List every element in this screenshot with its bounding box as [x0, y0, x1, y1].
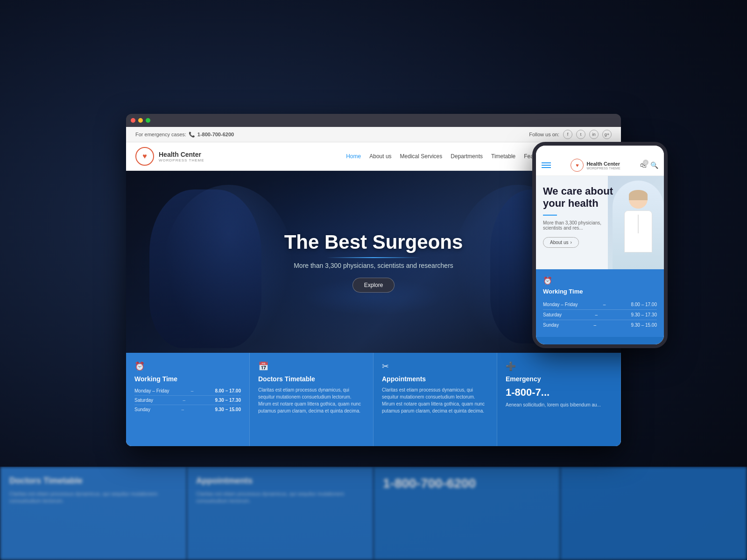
phone-saturday-label: Saturday [543, 312, 562, 317]
bottom-blur-title-1: Doctors Timetable [9, 476, 177, 486]
phone-sunday: Sunday – 9.30 – 15.00 [543, 320, 657, 330]
bottom-blur-text-1: Claritas est etiam processus dynamicus, … [9, 490, 177, 505]
surgeon-left-body [149, 189, 261, 348]
desktop-title-bar [126, 114, 621, 127]
nav-home[interactable]: Home [346, 153, 361, 160]
logo-title: Health Center [159, 151, 204, 158]
monday-time: 8.00 – 17.00 [215, 388, 241, 393]
phone-logo-sub: WORDPRESS THEME [586, 167, 620, 170]
schedule-sunday: Sunday – 9.30 – 15.00 [134, 405, 241, 414]
phone-monday-time: 8.00 – 17.00 [631, 302, 657, 307]
window-dot-red[interactable] [131, 118, 135, 123]
emergency-text: Aenean sollicitudin, lorem quis bibendum… [506, 401, 612, 408]
phone-icon: 📞 [189, 132, 195, 138]
phone-bottom-bar [536, 337, 664, 344]
appointments-icon: ✂ [382, 361, 488, 371]
phone-sunday-dash: – [593, 322, 596, 328]
doctor-silhouette [617, 190, 659, 260]
emergency-label: For emergency cases: [135, 132, 186, 137]
phone-hamburger-menu[interactable] [542, 162, 551, 168]
info-box-appointments: ✂ Appointments Claritas est etiam proces… [374, 353, 497, 446]
scene-container: For emergency cases: 📞 1-800-700-6200 Fo… [126, 114, 621, 446]
phone-working-time-title: Working Time [543, 288, 657, 295]
hamburger-line-3 [542, 167, 551, 168]
desktop-logo: ♥ Health Center WORDPRESS THEME [135, 147, 204, 166]
social-linkedin[interactable]: in [589, 130, 599, 139]
emergency-number: 1-800-7... [506, 386, 612, 399]
coat-front [638, 215, 639, 233]
hero-divider-line [327, 257, 420, 258]
desktop-hero-title: The Best Surgeons [284, 231, 463, 253]
phone-search-icon[interactable]: 🔍 [650, 161, 658, 169]
phone-about-btn-arrow: › [570, 240, 571, 245]
working-time-title: Working Time [134, 375, 241, 383]
phone-info-box-working-time: ⏰ Working Time Monday – Friday – 8.00 – … [536, 269, 664, 337]
bottom-blur-box-4 [560, 467, 747, 560]
bottom-blur-box-2: Appointments Claritas est etiam processu… [187, 467, 374, 560]
phone-saturday-dash: – [595, 312, 598, 317]
social-facebook[interactable]: f [563, 130, 572, 139]
info-box-working-time: ⏰ Working Time Monday – Friday – 8.00 – … [126, 353, 250, 446]
phone-mockup: ♥ Health Center WORDPRESS THEME 🛍 0 🔍 [532, 142, 668, 348]
follow-label: Follow us on: [529, 132, 559, 137]
phone-working-time-icon: ⏰ [543, 276, 657, 285]
window-dot-yellow[interactable] [138, 118, 143, 123]
social-twitter[interactable]: t [576, 130, 585, 139]
phone-monday: Monday – Friday – 8.00 – 17.00 [543, 300, 657, 310]
social-googleplus[interactable]: g+ [602, 130, 612, 139]
bottom-blur-box-1: Doctors Timetable Claritas est etiam pro… [0, 467, 187, 560]
schedule-saturday: Saturday – 9.30 – 17.30 [134, 396, 241, 405]
phone-navbar: ♥ Health Center WORDPRESS THEME 🛍 0 🔍 [536, 155, 664, 176]
desktop-explore-button[interactable]: Explore [352, 278, 395, 293]
phone-hero-subtitle: More than 3,300 physicians, scientists a… [543, 220, 618, 231]
sunday-dash: – [181, 407, 184, 412]
phone-hero-divider [543, 215, 557, 216]
phone-nav-actions: 🛍 0 🔍 [640, 161, 658, 169]
hamburger-line-2 [542, 165, 551, 166]
schedule-monday: Monday – Friday – 8.00 – 17.00 [134, 386, 241, 396]
phone-number: 1-800-700-6200 [197, 132, 234, 137]
monday-label: Monday – Friday [134, 388, 169, 393]
nav-departments[interactable]: Departments [451, 153, 483, 160]
bottom-blur-number: 1-800-700-6200 [383, 476, 551, 491]
hamburger-line-1 [542, 162, 551, 163]
nav-about[interactable]: About us [369, 153, 391, 160]
logo-text-block: Health Center WORDPRESS THEME [159, 151, 204, 162]
phone-saturday-time: 9.30 – 17.30 [631, 312, 657, 317]
desktop-top-bar: For emergency cases: 📞 1-800-700-6200 Fo… [126, 127, 621, 142]
phone-about-us-button[interactable]: About us › [543, 237, 579, 248]
phone-sunday-label: Sunday [543, 322, 559, 328]
nav-timetable[interactable]: Timetable [491, 153, 515, 160]
phone-monday-label: Monday – Friday [543, 302, 578, 307]
phone-about-btn-label: About us [550, 240, 568, 245]
bottom-blur-text-2: Claritas est etiam processus dynamicus, … [196, 490, 364, 505]
info-box-doctors-timetable: 📅 Doctors Timetable Claritas est etiam p… [250, 353, 374, 446]
logo-subtitle: WORDPRESS THEME [159, 158, 204, 162]
doctor-hair [629, 190, 648, 200]
saturday-time: 9.30 – 17.30 [215, 398, 241, 403]
phone-sunday-time: 9.30 – 15.00 [631, 322, 657, 328]
sunday-time: 9.30 – 15.00 [215, 407, 241, 412]
bottom-blur-section: Doctors Timetable Claritas est etiam pro… [0, 467, 747, 560]
phone-logo-title: Health Center [586, 161, 620, 167]
appointments-title: Appointments [382, 375, 488, 383]
desktop-logo-icon: ♥ [135, 147, 154, 166]
window-dot-green[interactable] [146, 118, 150, 123]
desktop-hero-content: The Best Surgeons More than 3,300 physic… [284, 231, 463, 293]
phone-logo-text-block: Health Center WORDPRESS THEME [586, 161, 620, 170]
phone-cart-icon[interactable]: 🛍 0 [640, 161, 647, 169]
phone-saturday: Saturday – 9.30 – 17.30 [543, 310, 657, 320]
desktop-info-boxes: ⏰ Working Time Monday – Friday – 8.00 – … [126, 353, 621, 446]
sunday-label: Sunday [134, 407, 150, 412]
topbar-left: For emergency cases: 📞 1-800-700-6200 [135, 132, 234, 138]
timetable-text: Claritas est etiam processus dynamicus, … [258, 386, 365, 414]
saturday-dash: – [183, 398, 185, 403]
timetable-title: Doctors Timetable [258, 375, 365, 383]
desktop-hero-subtitle: More than 3,300 physicians, scientists a… [284, 262, 463, 269]
topbar-right: Follow us on: f t in g+ [529, 130, 612, 139]
phone-logo-icon: ♥ [571, 159, 584, 172]
phone-status-bar [536, 146, 664, 155]
emergency-title: Emergency [506, 375, 612, 383]
phone-hero-title: We care about your health [543, 185, 618, 210]
nav-medical-services[interactable]: Medical Services [400, 153, 443, 160]
